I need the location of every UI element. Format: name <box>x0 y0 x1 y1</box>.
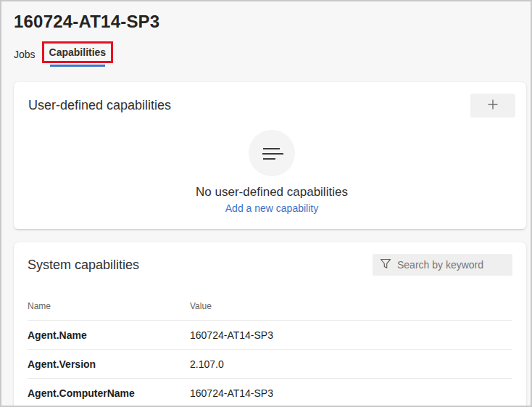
agent-details-page: 160724-AT14-SP3 Jobs Capabilities User-d… <box>0 0 532 407</box>
empty-state: No user-defined capabilities Add a new c… <box>28 118 515 214</box>
page-title: 160724-AT14-SP3 <box>14 12 531 32</box>
list-lines-icon <box>249 130 295 176</box>
search-input[interactable] <box>397 259 507 271</box>
capability-name: Agent.Name <box>28 329 190 341</box>
empty-state-message: No user-defined capabilities <box>196 185 348 200</box>
tab-capabilities[interactable]: Capabilities <box>49 46 107 58</box>
add-new-capability-link[interactable]: Add a new capability <box>225 202 318 214</box>
user-defined-capabilities-card: User-defined capabilities No user-define… <box>14 82 526 229</box>
capability-value: 160724-AT14-SP3 <box>190 387 512 399</box>
capability-name: Agent.ComputerName <box>28 387 190 399</box>
plus-icon <box>486 97 500 114</box>
selected-tab-underline <box>50 65 105 67</box>
system-capabilities-card-title: System capabilities <box>28 258 139 273</box>
capability-value: 160724-AT14-SP3 <box>190 329 512 341</box>
capability-name: Agent.Version <box>28 358 190 370</box>
system-capabilities-card: System capabilities Name Value Agent.Nam… <box>14 242 526 407</box>
tab-jobs[interactable]: Jobs <box>14 49 36 60</box>
tab-bar: Jobs Capabilities <box>14 41 531 71</box>
table-header-row: Name Value <box>28 292 512 321</box>
annotation-highlight-box: Capabilities <box>42 41 114 63</box>
filter-funnel-icon <box>380 258 397 272</box>
table-row: Agent.Version 2.107.0 <box>28 350 512 379</box>
add-capability-button[interactable] <box>470 94 515 118</box>
table-row: Agent.ComputerName 160724-AT14-SP3 <box>28 379 512 407</box>
system-capabilities-table: Name Value Agent.Name 160724-AT14-SP3 Ag… <box>28 292 512 407</box>
user-capabilities-card-title: User-defined capabilities <box>28 98 171 113</box>
capability-search-box[interactable] <box>373 254 512 276</box>
tab-capabilities-wrap: Capabilities <box>42 41 114 67</box>
column-header-name: Name <box>28 301 190 311</box>
table-row: Agent.Name 160724-AT14-SP3 <box>28 321 512 350</box>
capability-value: 2.107.0 <box>190 358 512 370</box>
column-header-value: Value <box>190 301 512 311</box>
